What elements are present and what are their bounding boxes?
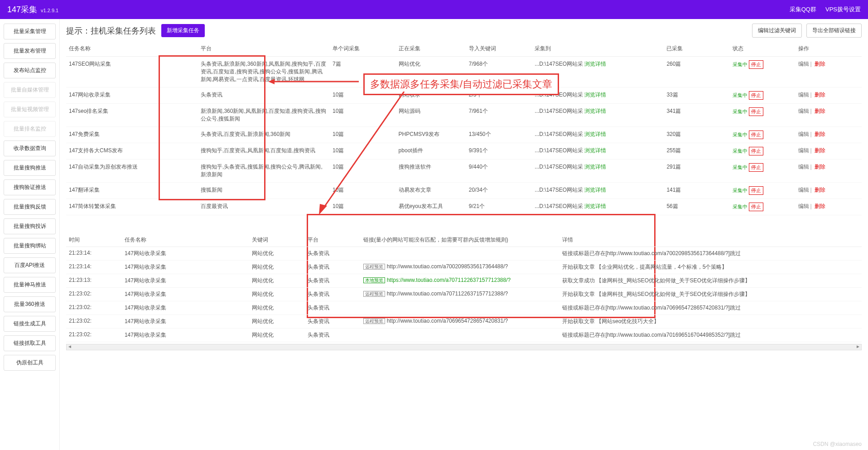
log-time: 21:23:02: <box>66 315 122 329</box>
stop-button[interactable]: 停止 <box>749 203 763 211</box>
log-detail: 链接或标题已存在[http://www.toutiao.com/a7069654… <box>559 301 862 315</box>
sidebar-item-17[interactable]: 伪原创工具 <box>4 355 56 371</box>
edit-link[interactable]: 编辑 <box>798 187 809 193</box>
app-version: v1.2.9.1 <box>41 8 58 13</box>
edit-link[interactable]: 编辑 <box>798 147 809 154</box>
log-row: 21:23:02:147网站收录采集网站优化头条资讯远程预览http://www… <box>66 315 862 329</box>
log-row: 21:23:13:147网站收录采集网站优化头条资讯本地预览https://ww… <box>66 274 862 288</box>
table-row[interactable]: 147自动采集为原创发布推送搜狗知乎,头条资讯,搜狐新闻,搜狗公众号,腾讯新闻,… <box>66 160 862 183</box>
log-name: 147网站收录采集 <box>122 274 249 288</box>
log-col-detail: 详情 <box>559 233 862 247</box>
vps-settings-link[interactable]: VPS拨号设置 <box>825 5 861 14</box>
sidebar-item-16[interactable]: 链接抓取工具 <box>4 335 56 351</box>
table-row[interactable]: 147免费采集头条资讯,百度资讯,新浪新闻,360新闻10篇PHPCMSV9发布… <box>66 127 862 143</box>
col-op: 操作 <box>796 41 862 57</box>
stop-button[interactable]: 停止 <box>749 107 763 116</box>
log-keyword: 网站优化 <box>249 261 305 274</box>
cell-collected: 260篇 <box>664 57 730 87</box>
cell-status: 采集中停止 <box>730 199 796 215</box>
sidebar-item-12[interactable]: 百度API推送 <box>4 257 56 273</box>
table-row[interactable]: 147翻译采集搜狐新闻10篇动易发布文章20/34个...D:\147SEO网站… <box>66 183 862 199</box>
cell-platform: 百度最资讯 <box>198 199 330 215</box>
stop-button[interactable]: 停止 <box>749 60 763 69</box>
stop-button[interactable]: 停止 <box>749 147 763 155</box>
sidebar-item-6[interactable]: 收录数据查询 <box>4 140 56 156</box>
remote-preview-tag[interactable]: 远程预览 <box>363 291 385 297</box>
sidebar-item-13[interactable]: 批量神马推送 <box>4 277 56 293</box>
browse-link[interactable]: 浏览详情 <box>584 164 606 170</box>
remote-preview-tag[interactable]: 远程预览 <box>363 318 385 324</box>
stop-button[interactable]: 停止 <box>749 163 763 172</box>
app-header: 147采集 v1.2.9.1 采集QQ群 VPS拨号设置 <box>0 0 868 19</box>
cell-imported: 9/440个 <box>466 160 532 183</box>
delete-link[interactable]: 删除 <box>815 131 825 137</box>
cell-name: 147SEO网站采集 <box>66 57 198 87</box>
remote-preview-tag[interactable]: 远程预览 <box>363 264 385 270</box>
edit-filter-button[interactable]: 编辑过滤关键词 <box>752 24 802 38</box>
new-task-button[interactable]: 新增采集任务 <box>161 24 205 37</box>
cell-name: 147免费采集 <box>66 127 198 143</box>
browse-link[interactable]: 浏览详情 <box>584 131 606 137</box>
log-keyword: 网站优化 <box>249 247 305 261</box>
edit-link[interactable]: 编辑 <box>798 61 809 67</box>
cell-imported: 20/34个 <box>466 183 532 199</box>
delete-link[interactable]: 删除 <box>815 147 825 154</box>
local-preview-tag[interactable]: 本地预览 <box>363 277 385 283</box>
delete-link[interactable]: 删除 <box>815 108 825 114</box>
delete-link[interactable]: 删除 <box>815 92 825 98</box>
delete-link[interactable]: 删除 <box>815 164 825 170</box>
table-row[interactable]: 147简体转繁体采集百度最资讯10篇易优eyou发布工具9/21个...D:\1… <box>66 199 862 215</box>
sidebar-item-1[interactable]: 批量发布管理 <box>4 43 56 59</box>
browse-link[interactable]: 浏览详情 <box>584 147 606 154</box>
cell-op: 编辑|删除 <box>796 87 862 104</box>
edit-link[interactable]: 编辑 <box>798 203 809 209</box>
browse-link[interactable]: 浏览详情 <box>584 92 606 98</box>
cell-collected: 291篇 <box>664 160 730 183</box>
cell-name: 147网站收录采集 <box>66 87 198 104</box>
edit-link[interactable]: 编辑 <box>798 164 809 170</box>
log-row: 21:23:02:147网站收录采集网站优化头条资讯远程预览http://www… <box>66 288 862 301</box>
sidebar-item-2[interactable]: 发布站点监控 <box>4 63 56 78</box>
edit-link[interactable]: 编辑 <box>798 92 809 98</box>
horizontal-scrollbar[interactable] <box>66 344 862 350</box>
sidebar-item-0[interactable]: 批量采集管理 <box>4 24 56 39</box>
edit-link[interactable]: 编辑 <box>798 131 809 137</box>
delete-link[interactable]: 删除 <box>815 61 825 67</box>
delete-link[interactable]: 删除 <box>815 187 825 193</box>
browse-link[interactable]: 浏览详情 <box>584 61 606 67</box>
log-row: 21:23:14:147网站收录采集网站优化头条资讯链接或标题已存在[http:… <box>66 247 862 261</box>
log-row: 21:23:02:147网站收录采集网站优化头条资讯链接或标题已存在[http:… <box>66 301 862 315</box>
sidebar-item-10[interactable]: 批量搜狗投诉 <box>4 218 56 234</box>
cell-name: 147支持各大CMS发布 <box>66 143 198 160</box>
qq-group-link[interactable]: 采集QQ群 <box>790 5 816 14</box>
cell-imported: 9/21个 <box>466 199 532 215</box>
table-row[interactable]: 147支持各大CMS发布搜狗知乎,百度资讯,凤凰新闻,百度知道,搜狗资讯10篇p… <box>66 143 862 160</box>
sidebar-item-14[interactable]: 批量360推送 <box>4 296 56 312</box>
stop-button[interactable]: 停止 <box>749 186 763 195</box>
watermark: CSDN @xiaomaseo <box>813 441 862 447</box>
sidebar-item-15[interactable]: 链接生成工具 <box>4 316 56 332</box>
sidebar-item-9[interactable]: 批量搜狗反馈 <box>4 199 56 215</box>
cell-collecting: 网站源码 <box>396 104 466 127</box>
log-name: 147网站收录采集 <box>122 301 249 315</box>
delete-link[interactable]: 删除 <box>815 203 825 209</box>
browse-link[interactable]: 浏览详情 <box>584 108 606 114</box>
edit-link[interactable]: 编辑 <box>798 108 809 114</box>
cell-status: 采集中停止 <box>730 143 796 160</box>
browse-link[interactable]: 浏览详情 <box>584 187 606 193</box>
stop-button[interactable]: 停止 <box>749 131 763 139</box>
log-keyword: 网站优化 <box>249 274 305 288</box>
log-detail: 开始获取文章 【企业网站优化，提高网站流量，4个标准，5个策略】 <box>559 261 862 274</box>
log-platform: 头条资讯 <box>305 329 361 342</box>
log-time: 21:23:02: <box>66 329 122 342</box>
table-row[interactable]: 147seo排名采集新浪新闻,360新闻,凤凰新闻,百度知道,搜狗资讯,搜狗公众… <box>66 104 862 127</box>
sidebar-item-11[interactable]: 批量搜狗绑站 <box>4 238 56 254</box>
log-link: 本地预览https://www.toutiao.com/a70711226371… <box>361 274 559 288</box>
sidebar-item-8[interactable]: 搜狗验证推送 <box>4 179 56 195</box>
cell-to: ...D:\147SEO网站采 浏览详情 <box>532 127 664 143</box>
stop-button[interactable]: 停止 <box>749 91 763 100</box>
sidebar-item-7[interactable]: 批量搜狗推送 <box>4 160 56 176</box>
export-errors-button[interactable]: 导出全部错误链接 <box>806 24 862 38</box>
cell-single: 10篇 <box>330 143 396 160</box>
browse-link[interactable]: 浏览详情 <box>584 203 606 209</box>
